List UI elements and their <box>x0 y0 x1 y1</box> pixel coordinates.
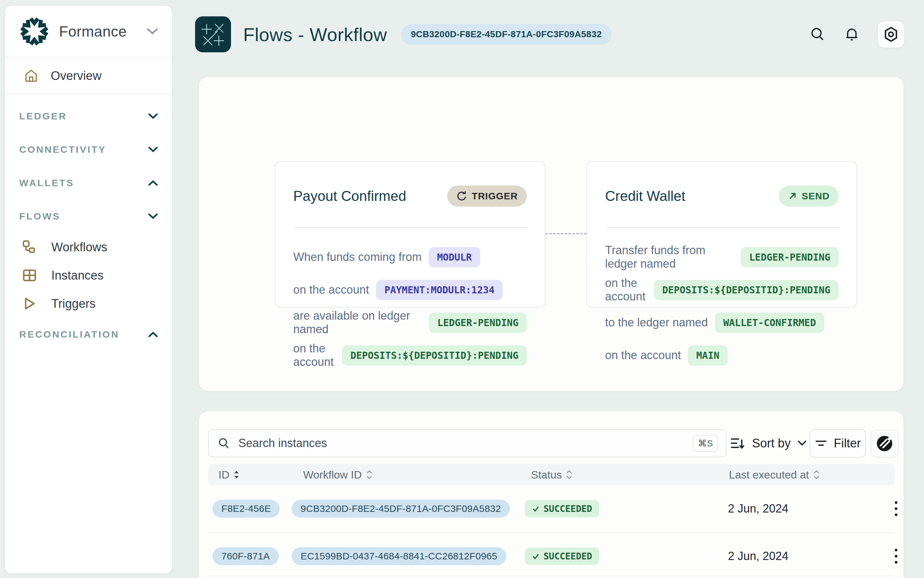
sidebar: Formance Overview LEDGER CONNECTIVITY <box>5 6 172 573</box>
rule-line: to the ledger named WALLET-CONFIRMED <box>605 306 839 339</box>
value-chip: PAYMENT:MODULR:1234 <box>376 280 503 300</box>
sidebar-item-triggers[interactable]: Triggers <box>19 289 158 318</box>
flow-card-credit-wallet[interactable]: Credit Wallet SEND Transfer funds from l… <box>587 161 857 307</box>
search-icon[interactable] <box>810 26 826 42</box>
column-header-workflow-id[interactable]: Workflow ID <box>303 464 373 485</box>
sidebar-section-wallets[interactable]: WALLETS <box>19 166 158 200</box>
column-label: ID <box>219 469 229 481</box>
section-label: WALLETS <box>19 177 74 188</box>
table-row[interactable]: 760F-871A EC1599BD-0437-4684-8841-CC2681… <box>208 532 895 578</box>
value-chip: LEDGER-PENDING <box>429 313 527 333</box>
line-text: on the account <box>605 276 647 303</box>
column-header-id[interactable]: ID <box>219 464 240 485</box>
status-badge: SUCCEEDED <box>525 547 599 565</box>
section-label: LEDGER <box>19 111 67 122</box>
chevron-down-icon <box>148 147 158 153</box>
sidebar-item-workflows[interactable]: Workflows <box>19 233 158 261</box>
column-label: Last executed at <box>729 469 809 481</box>
value-chip: DEPOSITS:${DEPOSITID}:PENDING <box>342 345 527 365</box>
sidebar-item-instances[interactable]: Instances <box>19 261 158 289</box>
badge-label: TRIGGER <box>472 191 518 201</box>
rule-line: on the account PAYMENT:MODULR:1234 <box>293 273 527 306</box>
value-chip: LEDGER-PENDING <box>741 247 839 267</box>
flow-card-payout-confirmed[interactable]: Payout Confirmed TRIGGER When funds comi… <box>275 161 545 307</box>
check-icon <box>532 505 540 513</box>
menu-item-label: Instances <box>51 269 104 283</box>
search-instances-field[interactable]: ⌘S <box>208 429 726 457</box>
column-label: Workflow ID <box>303 469 362 481</box>
section-label: CONNECTIVITY <box>19 144 106 155</box>
chevron-down-icon <box>147 28 158 35</box>
trigger-badge: TRIGGER <box>447 185 527 207</box>
filter-button[interactable]: Filter <box>810 429 866 457</box>
section-label: FLOWS <box>19 211 60 222</box>
workflow-canvas: Payout Confirmed TRIGGER When funds comi… <box>199 77 903 391</box>
last-executed-value: 2 Jun, 2024 <box>728 485 788 532</box>
org-switcher[interactable]: Formance <box>5 6 172 58</box>
workflow-id-badge[interactable]: 9CB3200D-F8E2-45DF-871A-0FC3F09A5832 <box>401 24 611 45</box>
column-header-status[interactable]: Status <box>531 464 573 485</box>
edit-view-button[interactable] <box>871 430 898 457</box>
line-text: are available on ledger named <box>293 309 422 336</box>
sort-lines-icon <box>730 437 745 450</box>
instances-panel: ⌘S Sort by Filter <box>199 411 903 578</box>
sidebar-item-label: Overview <box>51 69 101 83</box>
chevron-down-icon <box>798 440 807 446</box>
sort-by-control[interactable]: Sort by <box>730 429 807 457</box>
rule-line: are available on ledger named LEDGER-PEN… <box>293 306 527 339</box>
flow-connector-dashed <box>545 233 587 234</box>
search-input[interactable] <box>238 437 685 450</box>
instances-table-header: ID Workflow ID Status <box>208 464 895 485</box>
brand-name: Formance <box>59 23 127 40</box>
row-menu-kebab-icon[interactable] <box>890 499 903 518</box>
sidebar-item-overview[interactable]: Overview <box>5 58 172 94</box>
workflow-icon <box>22 239 37 255</box>
row-menu-kebab-icon[interactable] <box>890 547 903 566</box>
rule-line: on the account MAIN <box>605 339 839 372</box>
sidebar-section-connectivity[interactable]: CONNECTIVITY <box>19 133 158 166</box>
sidebar-section-flows[interactable]: FLOWS <box>19 200 158 233</box>
sort-chevrons-icon <box>566 470 573 479</box>
status-badge: SUCCEEDED <box>525 500 599 517</box>
line-text: on the account <box>293 342 335 369</box>
sidebar-sections: LEDGER CONNECTIVITY WALLETS FLOWS <box>5 94 172 351</box>
workflow-id-pill[interactable]: 9CB3200D-F8E2-45DF-871A-0FC3F09A5832 <box>292 500 510 518</box>
last-executed-value: 2 Jun, 2024 <box>728 533 788 578</box>
card-header: Credit Wallet SEND <box>605 162 839 228</box>
page-header: Flows - Workflow 9CB3200D-F8E2-45DF-871A… <box>195 16 904 53</box>
play-icon <box>22 296 37 311</box>
rule-line: When funds coming from MODULR <box>293 241 527 273</box>
chevron-down-icon <box>148 213 158 219</box>
card-lines: When funds coming from MODULR on the acc… <box>293 228 527 372</box>
sort-triangles-icon <box>233 470 240 479</box>
sidebar-section-ledger[interactable]: LEDGER <box>19 99 158 133</box>
chevron-up-icon <box>148 331 158 337</box>
sort-by-label: Sort by <box>752 437 791 450</box>
status-label: SUCCEEDED <box>543 503 592 514</box>
instance-id-pill[interactable]: 760F-871A <box>212 547 279 565</box>
value-chip: MODULR <box>429 247 480 267</box>
chevron-up-icon <box>148 180 158 186</box>
status-label: SUCCEEDED <box>543 551 592 562</box>
instance-id-pill[interactable]: F8E2-456E <box>212 500 280 518</box>
column-header-last-executed[interactable]: Last executed at <box>729 464 820 485</box>
sidebar-section-reconciliation[interactable]: RECONCILIATION <box>19 318 158 351</box>
settings-button[interactable] <box>878 21 904 47</box>
value-chip: MAIN <box>688 345 728 365</box>
line-text: When funds coming from <box>293 250 421 264</box>
badge-label: SEND <box>802 191 830 201</box>
workflow-badge-icon <box>195 16 231 52</box>
line-text: on the account <box>605 349 681 362</box>
line-text: on the account <box>293 283 369 297</box>
gear-icon <box>883 26 899 43</box>
filter-label: Filter <box>834 437 861 450</box>
line-text: to the ledger named <box>605 316 708 329</box>
table-row[interactable]: F8E2-456E 9CB3200D-F8E2-45DF-871A-0FC3F0… <box>208 485 895 532</box>
bell-icon[interactable] <box>844 26 860 42</box>
send-badge: SEND <box>779 185 839 207</box>
workflow-id-pill[interactable]: EC1599BD-0437-4684-8841-CC26812F0965 <box>292 547 506 565</box>
card-title: Credit Wallet <box>605 188 685 204</box>
sort-chevrons-icon <box>366 470 373 479</box>
home-icon <box>24 68 39 83</box>
line-text: Transfer funds from ledger named <box>605 244 734 271</box>
